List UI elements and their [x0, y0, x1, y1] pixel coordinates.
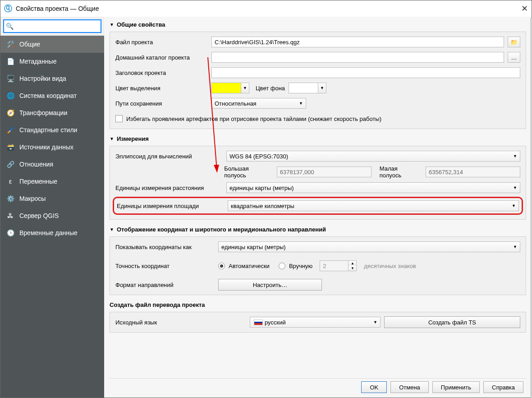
- app-icon: ⓠ: [4, 3, 12, 14]
- sidebar-item-transformations[interactable]: 🧭 Трансформации: [0, 104, 104, 121]
- table-icon: 🗃️: [6, 143, 15, 152]
- sidebar-item-view-settings[interactable]: 🖥️ Настройки вида: [0, 70, 104, 87]
- avoid-artifacts-label: Избегать проявления артефактов при отрис…: [126, 116, 381, 122]
- sidebar-item-data-sources[interactable]: 🗃️ Источники данных: [0, 139, 104, 156]
- home-dir-input[interactable]: [211, 52, 504, 63]
- sidebar-item-label: Макросы: [19, 195, 46, 202]
- semi-major-label: Большая полуось: [224, 165, 271, 179]
- chevron-up-icon[interactable]: ▲: [349, 261, 356, 266]
- chevron-down-icon: ▼: [513, 245, 517, 249]
- bearing-format-label: Формат направлений: [115, 282, 215, 288]
- sidebar-item-crs[interactable]: 🌐 Система координат: [0, 87, 104, 104]
- distance-units-combo[interactable]: единицы карты (метры) ▼: [226, 182, 520, 193]
- precision-manual-label: Вручную: [289, 263, 312, 269]
- source-lang-combo[interactable]: русский ▼: [250, 317, 381, 328]
- sidebar-item-label: Настройки вида: [19, 75, 66, 82]
- sidebar-item-qgis-server[interactable]: 🖧 Сервер QGIS: [0, 207, 104, 224]
- epsilon-icon: ε: [6, 177, 15, 186]
- precision-auto-label: Автоматически: [229, 263, 270, 269]
- sidebar-item-temporal[interactable]: 🕒 Временные данные: [0, 224, 104, 241]
- source-lang-label: Исходный язык: [115, 319, 246, 326]
- generate-ts-button[interactable]: Создать файл TS: [384, 316, 520, 328]
- cancel-button[interactable]: Отмена: [390, 381, 429, 393]
- sidebar-item-label: Сервер QGIS: [19, 212, 59, 219]
- sidebar-item-label: Трансформации: [19, 109, 67, 116]
- project-file-label: Файл проекта: [115, 39, 208, 46]
- server-icon: 🖧: [6, 211, 15, 220]
- vertical-scrollbar[interactable]: [530, 18, 532, 398]
- sidebar-item-macros[interactable]: ⚙️ Макросы: [0, 190, 104, 207]
- sidebar-item-label: Стандартные стили: [19, 126, 77, 134]
- browse-home-button[interactable]: …: [508, 52, 520, 63]
- project-title-label: Заголовок проекта: [115, 69, 208, 76]
- section-title-coords[interactable]: ▼ Отображение координат и широтного и ме…: [110, 226, 526, 233]
- browse-file-button[interactable]: 📁: [508, 37, 520, 47]
- ok-button[interactable]: OK: [361, 381, 387, 393]
- ellipsis-icon: …: [511, 54, 517, 61]
- sidebar-item-variables[interactable]: ε Переменные: [0, 173, 104, 190]
- precision-manual-radio[interactable]: [279, 263, 285, 269]
- section-title-general[interactable]: ▼ Общие свойства: [110, 21, 526, 28]
- chevron-down-icon: ▼: [110, 22, 114, 27]
- semi-major-input: [277, 167, 371, 177]
- search-input-wrap[interactable]: 🔍: [3, 19, 101, 33]
- sidebar-item-label: Источники данных: [19, 143, 73, 151]
- chevron-down-icon: ▼: [373, 320, 377, 324]
- sidebar-item-label: Временные данные: [19, 229, 78, 236]
- chevron-down-icon: ▼: [318, 83, 326, 93]
- area-units-combo[interactable]: квадратные километры ▼: [228, 200, 519, 211]
- section-title-measurements[interactable]: ▼ Измерения: [110, 135, 526, 142]
- globe-icon: 🌐: [6, 91, 15, 100]
- search-input[interactable]: [15, 23, 101, 30]
- sidebar-item-general[interactable]: 🛠️ Общие: [0, 36, 104, 53]
- gear-icon: ⚙️: [6, 194, 15, 203]
- sidebar-item-label: Общие: [19, 41, 40, 48]
- avoid-artifacts-checkbox[interactable]: [115, 115, 123, 122]
- help-button[interactable]: Справка: [483, 381, 523, 393]
- home-dir-label: Домашний каталог проекта: [115, 54, 208, 61]
- content-area: ▼ Общие свойства Файл проекта 📁 Домашний…: [104, 17, 532, 398]
- project-file-input[interactable]: [211, 37, 504, 47]
- chevron-down-icon: ▼: [241, 83, 249, 93]
- sidebar-item-label: Метаданные: [19, 58, 56, 65]
- chevron-down-icon[interactable]: ▼: [349, 266, 356, 271]
- sidebar-item-relations[interactable]: 🔗 Отношения: [0, 156, 104, 173]
- project-properties-window: ⓠ Свойства проекта — Общие ✕ 🔍 🛠️ Общие …: [0, 0, 532, 398]
- document-icon: 📄: [6, 57, 15, 66]
- sidebar-item-label: Система координат: [19, 92, 77, 99]
- bg-color-picker[interactable]: ▼: [289, 83, 326, 93]
- project-title-input[interactable]: [211, 67, 520, 78]
- brush-icon: 🖌️: [6, 125, 15, 134]
- chevron-down-icon: ▼: [299, 101, 303, 106]
- section-title-translation: Создать файл перевода проекта: [110, 301, 526, 308]
- sidebar-item-metadata[interactable]: 📄 Метаданные: [0, 53, 104, 70]
- save-paths-combo[interactable]: Относительная ▼: [211, 98, 306, 109]
- close-icon[interactable]: ✕: [521, 4, 528, 14]
- semi-minor-label: Малая полуось: [380, 165, 420, 179]
- area-units-label: Единицы измерения площади: [117, 203, 224, 209]
- search-icon: 🔍: [4, 23, 15, 30]
- selection-color-label: Цвет выделения: [115, 85, 208, 92]
- precision-label: Точность координат: [115, 263, 215, 269]
- dialog-footer: OK Отмена Применить Справка: [110, 378, 526, 398]
- ellipsoid-label: Эллипсоид для вычислений: [115, 153, 223, 160]
- wrench-icon: 🛠️: [6, 40, 15, 49]
- precision-spinbox[interactable]: 2 ▲▼: [320, 260, 357, 271]
- selection-color-picker[interactable]: ▼: [211, 83, 249, 93]
- precision-auto-radio[interactable]: [218, 263, 225, 269]
- show-coords-label: Показывать координаты как: [115, 244, 215, 250]
- monitor-icon: 🖥️: [6, 74, 15, 83]
- chevron-down-icon: ▼: [512, 204, 516, 208]
- bg-color-label: Цвет фона: [256, 85, 285, 92]
- distance-units-label: Единицы измерения расстояния: [115, 185, 223, 191]
- chevron-down-icon: ▼: [110, 136, 114, 141]
- bearing-configure-button[interactable]: Настроить…: [218, 279, 322, 291]
- globe-compass-icon: 🧭: [6, 108, 15, 117]
- semi-minor-input: [426, 167, 520, 177]
- titlebar: ⓠ Свойства проекта — Общие ✕: [0, 0, 532, 17]
- folder-icon: 📁: [510, 39, 518, 46]
- show-coords-combo[interactable]: единицы карты (метры) ▼: [218, 241, 520, 252]
- sidebar-item-styles[interactable]: 🖌️ Стандартные стили: [0, 121, 104, 139]
- ellipsoid-combo[interactable]: WGS 84 (EPSG:7030) ▼: [226, 151, 520, 162]
- apply-button[interactable]: Применить: [432, 381, 480, 393]
